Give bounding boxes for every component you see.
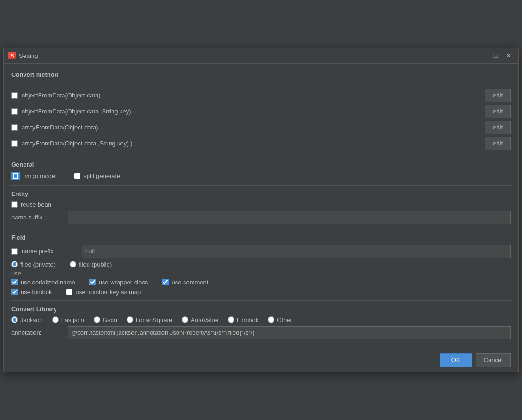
close-button[interactable]: ✕ bbox=[504, 51, 514, 60]
ok-button[interactable]: OK bbox=[440, 353, 472, 367]
use-serialized-name-label[interactable]: use serialized name bbox=[11, 279, 75, 286]
split-generate-checkbox[interactable] bbox=[74, 173, 80, 179]
window-title: Setting bbox=[19, 52, 38, 59]
other-label[interactable]: Other bbox=[268, 316, 292, 323]
name-prefix-checkbox[interactable] bbox=[11, 248, 18, 255]
method-checkbox-4[interactable] bbox=[11, 140, 18, 147]
use-lombok-label[interactable]: use lombok bbox=[11, 289, 52, 296]
cancel-button[interactable]: Cancel bbox=[476, 353, 511, 367]
annotation-input[interactable] bbox=[68, 326, 511, 339]
autovalue-label[interactable]: AutoValue bbox=[182, 316, 218, 323]
autovalue-radio[interactable] bbox=[182, 316, 188, 323]
filed-private-label[interactable]: filed (private) bbox=[11, 261, 56, 268]
method-row-3: arrayFromData(Object data) edit bbox=[11, 120, 511, 135]
split-generate-label[interactable]: split generate bbox=[74, 172, 120, 179]
gson-text: Gson bbox=[103, 316, 117, 323]
split-generate-text: split generate bbox=[83, 172, 120, 179]
settings-content: Convert method objectFromData(Object dat… bbox=[4, 64, 518, 348]
edit-button-4[interactable]: edit bbox=[485, 137, 511, 150]
field-header: Field bbox=[11, 234, 511, 241]
filed-public-text: filed (public) bbox=[79, 261, 112, 268]
method-label-2: objectFromData(Object data ,String key) bbox=[22, 108, 131, 115]
use-label: use bbox=[11, 270, 511, 277]
method-checkbox-2[interactable] bbox=[11, 108, 18, 115]
logansquare-radio[interactable] bbox=[127, 316, 133, 323]
use-lombok-checkbox[interactable] bbox=[11, 289, 18, 295]
method-label-1: objectFromData(Object data) bbox=[22, 92, 101, 99]
fastjson-label[interactable]: Fastjson bbox=[52, 316, 84, 323]
name-suffix-label: name suffix : bbox=[11, 214, 68, 221]
gson-label[interactable]: Gson bbox=[94, 316, 117, 323]
fastjson-radio[interactable] bbox=[52, 316, 59, 323]
name-suffix-input[interactable] bbox=[68, 211, 511, 224]
footer: OK Cancel bbox=[4, 348, 518, 372]
method-left-1: objectFromData(Object data) bbox=[11, 92, 101, 99]
jackson-label[interactable]: Jackson bbox=[11, 316, 43, 323]
use-wrapper-class-label[interactable]: use wrapper class bbox=[89, 279, 148, 286]
use-comment-text: use comment bbox=[171, 279, 208, 286]
settings-window: S Setting − □ ✕ Convert method objectFro… bbox=[3, 48, 519, 372]
title-bar-controls: − □ ✕ bbox=[478, 51, 514, 60]
other-radio[interactable] bbox=[268, 316, 274, 323]
name-prefix-label: name prefix : bbox=[22, 248, 78, 255]
gson-radio[interactable] bbox=[94, 316, 100, 323]
lombok-library-text: Lombok bbox=[237, 316, 258, 323]
virgo-check-inner bbox=[13, 173, 18, 179]
use-row-2: use lombok use number key as map bbox=[11, 289, 511, 296]
convert-library-header: Convert Library bbox=[11, 306, 511, 313]
use-number-key-checkbox[interactable] bbox=[66, 289, 72, 295]
annotation-row: annotation: bbox=[11, 326, 511, 339]
lombok-library-radio[interactable] bbox=[228, 316, 234, 323]
general-row: virgo mode split generate bbox=[11, 172, 511, 180]
edit-button-2[interactable]: edit bbox=[485, 105, 511, 118]
annotation-label: annotation: bbox=[11, 329, 68, 336]
method-left-4: arrayFromData(Object data ,String key) ) bbox=[11, 140, 133, 147]
minimize-button[interactable]: − bbox=[478, 51, 487, 60]
jackson-radio[interactable] bbox=[11, 316, 18, 323]
use-wrapper-class-text: use wrapper class bbox=[99, 279, 148, 286]
use-wrapper-class-checkbox[interactable] bbox=[89, 279, 96, 285]
filed-public-label[interactable]: filed (public) bbox=[70, 261, 112, 268]
logansquare-label[interactable]: LoganSquare bbox=[127, 316, 172, 323]
method-row-2: objectFromData(Object data ,String key) … bbox=[11, 104, 511, 119]
edit-button-3[interactable]: edit bbox=[485, 121, 511, 134]
use-lombok-text: use lombok bbox=[21, 289, 52, 296]
edit-button-1[interactable]: edit bbox=[485, 89, 511, 102]
filed-private-radio[interactable] bbox=[11, 261, 18, 267]
autovalue-text: AutoValue bbox=[191, 316, 218, 323]
name-prefix-input[interactable] bbox=[82, 245, 511, 258]
reuse-bean-row: reuse bean bbox=[11, 201, 511, 208]
use-comment-label[interactable]: use comment bbox=[162, 279, 208, 286]
filed-type-row: filed (private) filed (public) bbox=[11, 261, 511, 268]
entity-header: Entity bbox=[11, 190, 511, 197]
jackson-text: Jackson bbox=[20, 316, 43, 323]
filed-public-radio[interactable] bbox=[70, 261, 76, 267]
filed-private-text: filed (private) bbox=[20, 261, 56, 268]
use-number-key-label[interactable]: use number key as map bbox=[66, 289, 141, 296]
method-label-3: arrayFromData(Object data) bbox=[22, 124, 98, 131]
method-checkbox-1[interactable] bbox=[11, 92, 18, 99]
reuse-bean-checkbox[interactable] bbox=[11, 201, 18, 208]
virgo-mode-label[interactable]: virgo mode bbox=[11, 172, 55, 180]
use-serialized-name-text: use serialized name bbox=[21, 279, 75, 286]
virgo-mode-text: virgo mode bbox=[25, 172, 55, 179]
convert-method-header: Convert method bbox=[11, 71, 511, 78]
method-row-1: objectFromData(Object data) edit bbox=[11, 88, 511, 103]
virgo-mode-checkbox-visual bbox=[11, 172, 20, 180]
use-comment-checkbox[interactable] bbox=[162, 279, 169, 285]
use-number-key-text: use number key as map bbox=[75, 289, 141, 296]
title-bar-left: S Setting bbox=[8, 52, 38, 59]
library-radio-group: Jackson Fastjson Gson LoganSquare AutoVa… bbox=[11, 316, 511, 323]
use-serialized-name-checkbox[interactable] bbox=[11, 279, 18, 285]
lombok-library-label[interactable]: Lombok bbox=[228, 316, 258, 323]
reuse-bean-text: reuse bean bbox=[21, 201, 51, 208]
use-row-1: use serialized name use wrapper class us… bbox=[11, 279, 511, 286]
name-prefix-row: name prefix : bbox=[11, 245, 511, 258]
reuse-bean-label[interactable]: reuse bean bbox=[11, 201, 51, 208]
logansquare-text: LoganSquare bbox=[136, 316, 172, 323]
general-header: General bbox=[11, 161, 511, 168]
method-checkbox-3[interactable] bbox=[11, 124, 18, 131]
maximize-button[interactable]: □ bbox=[491, 51, 500, 60]
method-label-4: arrayFromData(Object data ,String key) ) bbox=[22, 140, 133, 147]
method-left-3: arrayFromData(Object data) bbox=[11, 124, 98, 131]
